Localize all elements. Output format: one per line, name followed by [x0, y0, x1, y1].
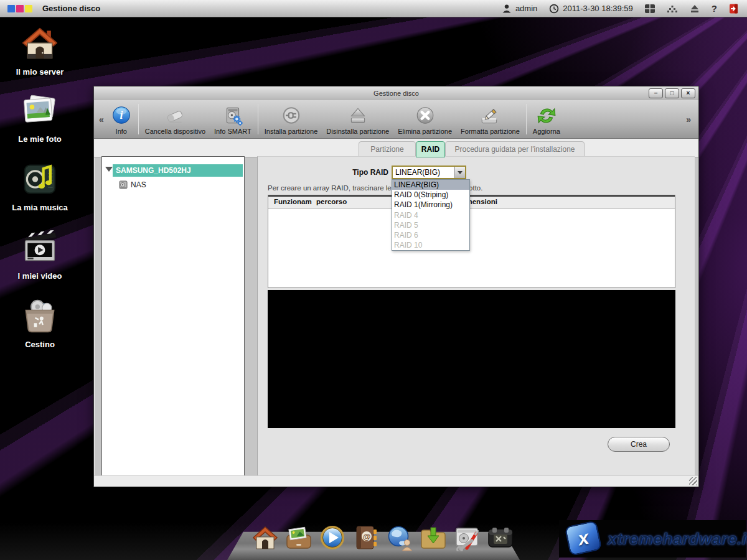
home-icon	[21, 25, 59, 62]
dropdown-option: RAID 6	[392, 230, 469, 240]
menubar-title: Gestione disco	[42, 4, 100, 13]
window-titlebar[interactable]: Gestione disco – □ ×	[94, 86, 698, 100]
tab-procedura-guidata[interactable]: Procedura guidata per l'installazione	[445, 141, 585, 157]
user-icon	[501, 3, 512, 14]
trash-icon	[21, 297, 59, 335]
logout-button[interactable]	[728, 3, 740, 14]
info-button[interactable]: i Info	[106, 100, 136, 138]
user-menu[interactable]: admin	[501, 3, 537, 14]
toolbar-separator	[138, 104, 139, 134]
dock-photos-icon[interactable]	[285, 524, 312, 551]
toolbar-item-label: Elimina partizione	[398, 128, 452, 135]
eject-button[interactable]	[689, 3, 700, 14]
table-row[interactable]	[268, 208, 675, 222]
music-icon	[21, 161, 59, 198]
close-button[interactable]: ×	[681, 88, 695, 98]
raid-hint-text: Per creare un array RAID, trascinare le …	[268, 184, 682, 192]
toolbar-separator	[526, 104, 527, 134]
chevron-down-icon	[458, 171, 463, 174]
tree-expand-caret-icon[interactable]	[105, 167, 113, 172]
window-title: Gestione disco	[374, 90, 419, 97]
install-partition-button[interactable]: Installa partizione	[260, 100, 322, 138]
system-logo-icon	[7, 5, 32, 12]
table-row[interactable]	[268, 285, 675, 288]
desktop-item-my-photos[interactable]: Le mie foto	[5, 92, 75, 144]
raid-type-select[interactable]: LINEAR(BIG)	[392, 166, 466, 179]
photos-icon	[21, 92, 59, 129]
table-row[interactable]	[268, 273, 675, 286]
smart-info-button[interactable]: Info SMART	[210, 100, 256, 138]
toolbar-scroll-left-button[interactable]: «	[96, 114, 106, 124]
help-button[interactable]: ?	[712, 3, 717, 14]
delete-partition-button[interactable]: Elimina partizione	[393, 100, 456, 138]
delete-circle-icon	[415, 105, 436, 126]
resize-grip[interactable]	[689, 477, 697, 485]
create-button[interactable]: Crea	[608, 437, 670, 452]
refresh-button[interactable]: Aggiorna	[529, 100, 565, 138]
svg-text:@: @	[363, 532, 371, 541]
dock-contacts-icon[interactable]: @	[352, 524, 380, 551]
dropdown-option[interactable]: RAID 0(Striping)	[392, 190, 469, 200]
toolbar-item-label: Info SMART	[214, 128, 251, 135]
dock-downloads-icon[interactable]	[420, 524, 447, 551]
dock: @	[251, 524, 514, 551]
format-partition-button[interactable]: Formatta partizione	[456, 100, 524, 138]
raid-type-label: Tipo RAID	[308, 168, 388, 177]
dock-player-icon[interactable]	[319, 524, 346, 551]
logout-icon	[728, 3, 740, 14]
tree-item-disk[interactable]: SAMSUNG_HD502HJ	[113, 164, 243, 177]
toolbar-scroll-right-button[interactable]: »	[684, 114, 693, 124]
table-row[interactable]	[268, 234, 675, 247]
dropdown-option: RAID 5	[392, 220, 469, 230]
tree-item-partition[interactable]: NAS	[118, 179, 146, 190]
network-stack-icon	[667, 3, 678, 14]
window-grid-icon	[644, 3, 655, 14]
menubar: Gestione disco admin 2011-3-30 18:39:59	[0, 0, 747, 17]
desktop-item-my-music[interactable]: La mia musica	[5, 161, 75, 212]
column-header[interactable]: Funzionam	[274, 198, 312, 205]
erase-device-button[interactable]: Cancella dispositivo	[141, 100, 210, 138]
table-body	[268, 208, 675, 288]
dock-home-icon[interactable]	[251, 524, 279, 551]
dock-disk-utility-icon[interactable]	[453, 524, 481, 551]
branding-text: xtremehardware.it	[608, 530, 741, 549]
network-button[interactable]	[667, 3, 678, 14]
select-dropdown-button[interactable]	[454, 167, 465, 178]
tab-partizione[interactable]: Partizione	[359, 141, 416, 157]
column-header[interactable]: percorso	[316, 198, 347, 205]
eject-icon	[689, 3, 700, 14]
dock-toolbox-icon[interactable]	[487, 524, 514, 551]
help-icon: ?	[712, 3, 717, 14]
eraser-icon	[164, 105, 186, 126]
tab-raid[interactable]: RAID	[416, 141, 445, 157]
desktop-item-label: Il mio server	[5, 67, 75, 77]
desktop-item-trash[interactable]: Cestino	[5, 297, 75, 349]
toolbar-item-label: Aggiorna	[533, 128, 560, 135]
format-pencil-icon	[479, 105, 500, 126]
toolbar-item-label: Cancella dispositivo	[145, 128, 205, 135]
dock-web-icon[interactable]	[386, 524, 413, 551]
svg-text:i: i	[120, 109, 123, 121]
info-icon: i	[111, 105, 132, 126]
tree-item-label: NAS	[131, 180, 146, 189]
user-name: admin	[515, 4, 537, 13]
clock-group: 2011-3-30 18:39:59	[548, 3, 633, 14]
uninstall-partition-button[interactable]: Disinstalla partizione	[322, 100, 393, 138]
desktop-item-my-server[interactable]: Il mio server	[5, 25, 75, 77]
device-tree-panel: SAMSUNG_HD502HJ NAS	[101, 156, 245, 477]
dropdown-option[interactable]: LINEAR(BIG)	[392, 180, 469, 190]
plug-icon	[281, 105, 302, 126]
table-row[interactable]	[268, 259, 675, 273]
desktop-item-my-videos[interactable]: I miei video	[5, 229, 75, 281]
table-row[interactable]	[268, 222, 675, 235]
minimize-button[interactable]: –	[649, 88, 663, 98]
dropdown-option: RAID 4	[392, 210, 469, 220]
table-header-row: Funzionam percorso Dimensioni	[268, 195, 675, 208]
table-row[interactable]	[268, 247, 675, 260]
xtremehardware-logo-icon: x	[565, 520, 603, 556]
window-status-strip	[94, 475, 698, 487]
window-switcher-button[interactable]	[644, 3, 655, 14]
toolbar-item-label: Info	[116, 128, 127, 135]
maximize-button[interactable]: □	[665, 88, 679, 98]
dropdown-option[interactable]: RAID 1(Mirroring)	[392, 200, 469, 210]
